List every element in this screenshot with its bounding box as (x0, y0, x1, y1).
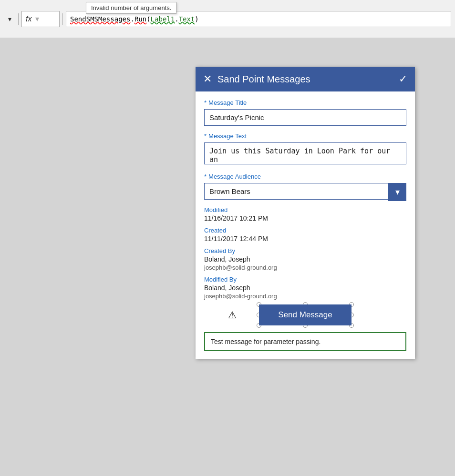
send-message-button[interactable]: Send Message (259, 304, 351, 325)
test-message-text: Test message for parameter passing. (211, 338, 321, 345)
message-title-label: *Message Title (204, 99, 406, 106)
message-audience-select[interactable]: Brown Bears (204, 183, 406, 200)
required-star-title: * (204, 99, 207, 106)
formula-display: SendSMSMessages.Run(Label1.Text) (70, 15, 199, 23)
modified-by-name: Boland, Joseph (204, 284, 406, 292)
dropdown-chevron[interactable]: ▾ (4, 13, 15, 25)
close-icon[interactable]: ✕ (203, 73, 212, 85)
panel-title: Sand Point Messages (217, 74, 310, 85)
formula-label: Label1 (151, 15, 175, 23)
warning-icon: ⚠ (228, 309, 237, 321)
fx-separator: ▾ (35, 14, 39, 23)
required-star-audience: * (204, 173, 207, 180)
fx-icon: fx (26, 15, 31, 23)
panel-body: *Message Title *Message Text Join us thi… (196, 91, 415, 359)
formula-tooltip: Invalid number of arguments. (86, 2, 176, 14)
formula-method: Run (134, 15, 146, 23)
separator-1 (18, 13, 19, 25)
formula-fn: SendSMSMessages (70, 15, 130, 23)
check-icon[interactable]: ✓ (399, 73, 407, 85)
send-button-area: ⚠ Send Message (204, 304, 406, 325)
message-text-input[interactable]: Join us this Saturday in Loon Park for o… (204, 142, 406, 164)
audience-selected-value: Brown Bears (209, 187, 250, 195)
message-text-label: *Message Text (204, 132, 406, 140)
created-label: Created (204, 227, 406, 234)
fx-button[interactable]: fx ▾ (21, 11, 60, 27)
message-title-input[interactable] (204, 109, 406, 126)
message-audience-label: *Message Audience (204, 173, 406, 180)
audience-dropdown-icon[interactable]: ▾ (388, 183, 406, 201)
modified-label: Modified (204, 206, 406, 213)
separator-2 (62, 13, 63, 25)
panel-header-left: ✕ Sand Point Messages (203, 73, 310, 85)
modified-by-email: josephb@solid-ground.org (204, 293, 406, 300)
sand-point-messages-panel: ✕ Sand Point Messages ✓ *Message Title *… (196, 67, 415, 359)
modified-value: 11/16/2017 10:21 PM (204, 214, 406, 222)
message-audience-select-wrapper[interactable]: Brown Bears ▾ (204, 183, 406, 200)
formula-prop: Text (179, 15, 195, 23)
created-by-email: josephb@solid-ground.org (204, 264, 406, 271)
test-message-box: Test message for parameter passing. (204, 332, 406, 351)
created-value: 11/11/2017 12:44 PM (204, 235, 406, 243)
required-star-text: * (204, 132, 207, 140)
tooltip-text: Invalid number of arguments. (91, 4, 171, 11)
created-by-name: Boland, Joseph (204, 255, 406, 263)
panel-header: ✕ Sand Point Messages ✓ (196, 67, 415, 91)
toolbar: Invalid number of arguments. ▾ fx ▾ Send… (0, 0, 455, 38)
modified-by-label: Modified By (204, 276, 406, 283)
created-by-label: Created By (204, 247, 406, 254)
send-button-selection: Send Message (259, 304, 351, 325)
